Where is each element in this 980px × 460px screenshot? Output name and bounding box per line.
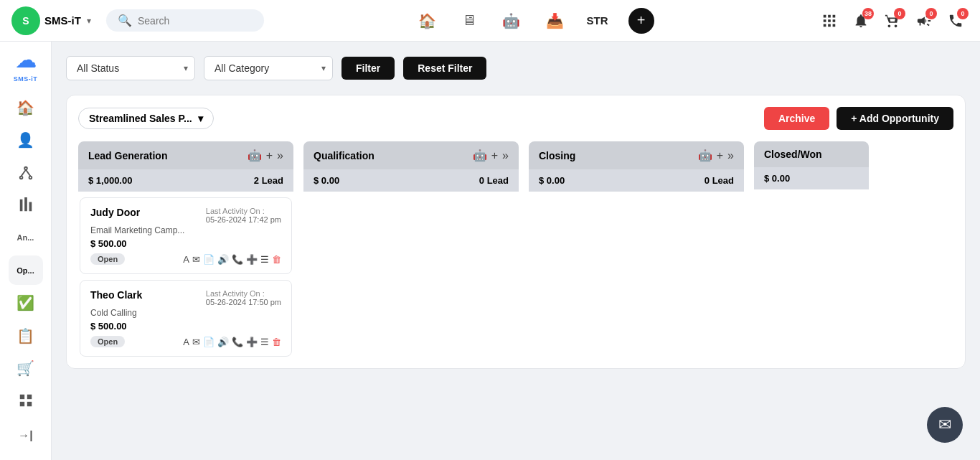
- sidebar: ☁ SMS-iT 🏠 👤 An... Op... ✅ 📋 🛒 →|: [0, 42, 52, 460]
- opp-action-email-theo[interactable]: ✉: [192, 337, 200, 347]
- brand-name: SMS-iT: [44, 14, 81, 27]
- robot-nav-icon[interactable]: 🤖: [499, 9, 523, 32]
- opportunity-card-theo-clark[interactable]: Theo Clark Last Activity On : 05-26-2024…: [80, 280, 292, 357]
- sidebar-item-data[interactable]: [9, 386, 43, 416]
- col-count-closing: 0 Lead: [705, 175, 734, 186]
- str-label[interactable]: STR: [587, 14, 608, 27]
- opp-action-text-theo[interactable]: A: [183, 337, 189, 347]
- pipeline-title-button[interactable]: Streamlined Sales P... ▾: [78, 108, 214, 129]
- brand-chevron-icon: ▾: [87, 16, 91, 26]
- opp-amount-theo: $ 500.00: [90, 321, 281, 332]
- svg-rect-7: [19, 402, 24, 406]
- search-input[interactable]: [138, 15, 253, 27]
- sidebar-item-network[interactable]: [9, 158, 43, 187]
- grid-menu-button[interactable]: [816, 8, 842, 34]
- svg-rect-5: [19, 395, 24, 399]
- sidebar-item-opportunities[interactable]: Op...: [9, 255, 43, 285]
- pipeline-card: Streamlined Sales P... ▾ Archive + Add O…: [66, 95, 966, 369]
- pipeline-title-text: Streamlined Sales P...: [89, 113, 192, 124]
- nav-center: 🏠 🖥 🤖 📥 STR +: [415, 8, 654, 34]
- sidebar-item-contacts[interactable]: 👤: [9, 125, 43, 154]
- col-add-icon-qualification[interactable]: +: [491, 149, 498, 162]
- sidebar-item-collapse[interactable]: →|: [9, 418, 43, 453]
- col-robot-icon-closing[interactable]: 🤖: [698, 149, 712, 162]
- opp-action-text-judy[interactable]: A: [183, 254, 189, 265]
- col-robot-icon-qualification[interactable]: 🤖: [473, 149, 487, 162]
- archive-button[interactable]: Archive: [764, 107, 829, 130]
- search-bar[interactable]: 🔍: [106, 9, 264, 32]
- sidebar-item-pipeline[interactable]: [9, 190, 43, 220]
- cart-badge: 0: [894, 8, 905, 19]
- col-count-qualification: 0 Lead: [479, 175, 509, 186]
- opportunity-card-judy-door[interactable]: Judy Door Last Activity On : 05-26-2024 …: [80, 197, 292, 274]
- chat-bubble-button[interactable]: ✉: [927, 407, 963, 443]
- col-add-icon-closing[interactable]: +: [717, 149, 723, 162]
- kanban-board: Lead Generation 🤖 + » $ 1,000.00 2 Lead …: [78, 141, 953, 357]
- col-add-icon-lead-gen[interactable]: +: [266, 149, 273, 162]
- col-title-qualification: Qualification: [314, 150, 468, 161]
- sidebar-item-cart[interactable]: 🛒: [9, 353, 43, 382]
- col-more-icon-qualification[interactable]: »: [502, 149, 509, 162]
- opp-action-audio-theo[interactable]: 🔊: [217, 337, 229, 347]
- opp-action-delete-judy[interactable]: 🗑: [272, 254, 281, 265]
- monitor-nav-icon[interactable]: 🖥: [459, 9, 479, 32]
- opp-action-list-judy[interactable]: ☰: [260, 254, 269, 265]
- plus-button[interactable]: +: [628, 8, 654, 34]
- home-nav-icon[interactable]: 🏠: [415, 9, 439, 32]
- sidebar-item-reports[interactable]: 📋: [9, 321, 43, 350]
- col-header-qualification: Qualification 🤖 + »: [303, 141, 519, 169]
- top-navigation: S SMS-iT ▾ 🔍 🏠 🖥 🤖 📥 STR + 38 0 0: [0, 0, 980, 42]
- col-amount-qualification: $ 0.00: [314, 175, 339, 186]
- opp-action-doc-judy[interactable]: 📄: [203, 254, 215, 265]
- megaphone-badge: 0: [925, 8, 937, 19]
- opp-card-top-judy: Judy Door Last Activity On : 05-26-2024 …: [90, 207, 281, 224]
- notifications-button[interactable]: 38: [848, 8, 874, 34]
- col-header-closing: Closing 🤖 + »: [529, 141, 744, 169]
- col-summary-lead-gen: $ 1,000.00 2 Lead: [78, 169, 293, 192]
- reset-filter-button[interactable]: Reset Filter: [403, 57, 486, 80]
- opp-card-top-theo: Theo Clark Last Activity On : 05-26-2024…: [90, 289, 281, 306]
- filter-button[interactable]: Filter: [341, 57, 395, 80]
- category-select[interactable]: All Category Lead Prospect Customer: [204, 56, 333, 80]
- opp-name-theo: Theo Clark: [90, 289, 142, 301]
- opp-action-delete-theo[interactable]: 🗑: [272, 337, 281, 347]
- nav-right-icons: 38 0 0 0: [816, 8, 969, 34]
- opp-activity-wrap-theo: Last Activity On : 05-26-2024 17:50 pm: [206, 289, 281, 306]
- opp-action-list-theo[interactable]: ☰: [260, 337, 269, 347]
- sidebar-item-tasks[interactable]: ✅: [9, 288, 43, 317]
- category-select-wrapper: All Category Lead Prospect Customer ▾: [204, 56, 333, 80]
- col-summary-closed-won: $ 0.00: [754, 167, 869, 189]
- opp-actions-judy: A ✉ 📄 🔊 📞 ➕ ☰ 🗑: [183, 254, 281, 265]
- cart-button[interactable]: 0: [880, 8, 905, 34]
- pipeline-title-wrap: Streamlined Sales P... ▾: [78, 108, 214, 129]
- opp-action-email-judy[interactable]: ✉: [192, 254, 200, 265]
- status-select[interactable]: All Status Open Closed Won Lost: [66, 56, 195, 80]
- col-summary-qualification: $ 0.00 0 Lead: [303, 169, 519, 192]
- opp-action-doc-theo[interactable]: 📄: [203, 337, 215, 347]
- opp-action-phone-theo[interactable]: 📞: [232, 337, 243, 347]
- col-more-icon-closing[interactable]: »: [727, 149, 734, 162]
- opp-action-add-theo[interactable]: ➕: [246, 337, 258, 347]
- col-robot-icon-lead-gen[interactable]: 🤖: [248, 149, 262, 162]
- col-header-lead-gen: Lead Generation 🤖 + »: [78, 141, 293, 169]
- sidebar-logo: ☁ SMS-iT: [14, 49, 38, 83]
- col-amount-closed-won: $ 0.00: [764, 173, 790, 184]
- megaphone-button[interactable]: 0: [911, 8, 937, 34]
- phone-button[interactable]: 0: [943, 8, 969, 34]
- inbox-nav-icon[interactable]: 📥: [543, 9, 567, 32]
- brand-logo[interactable]: S SMS-iT ▾: [11, 6, 98, 35]
- opp-status-theo: Open: [90, 336, 125, 347]
- col-title-closed-won: Closed/Won: [764, 149, 859, 160]
- main-content: All Status Open Closed Won Lost ▾ All Ca…: [52, 42, 980, 460]
- svg-point-0: [24, 166, 27, 169]
- sidebar-item-analytics[interactable]: An...: [9, 223, 43, 253]
- notifications-badge: 38: [862, 8, 874, 19]
- opp-action-phone-judy[interactable]: 📞: [232, 254, 243, 265]
- opp-footer-theo: Open A ✉ 📄 🔊 📞 ➕ ☰ 🗑: [90, 336, 281, 347]
- sidebar-item-home[interactable]: 🏠: [9, 93, 43, 122]
- opp-action-add-judy[interactable]: ➕: [246, 254, 258, 265]
- svg-rect-6: [27, 395, 31, 399]
- opp-action-audio-judy[interactable]: 🔊: [217, 254, 229, 265]
- col-more-icon-lead-gen[interactable]: »: [277, 149, 283, 162]
- add-opportunity-button[interactable]: + Add Opportunity: [837, 107, 953, 130]
